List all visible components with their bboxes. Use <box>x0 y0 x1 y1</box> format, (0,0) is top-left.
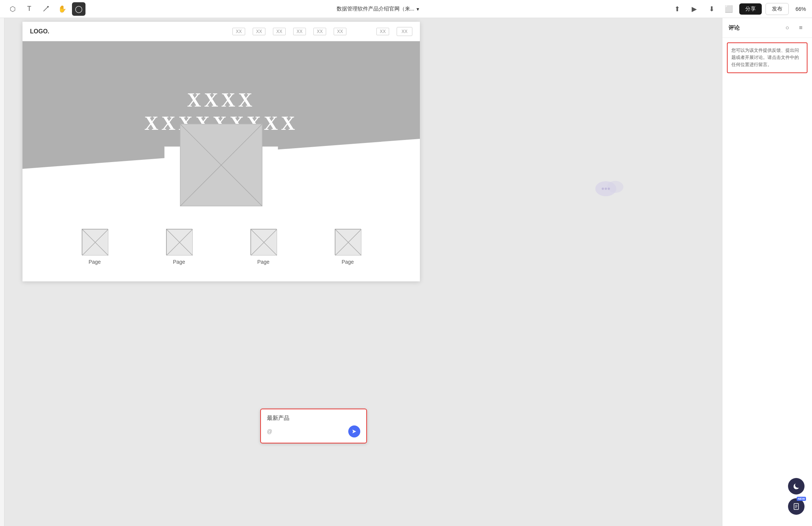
community-icon[interactable]: ⬆ <box>670 2 684 16</box>
sidebar-header-icons: ○ ≡ <box>782 23 806 33</box>
left-edge-ruler <box>0 18 4 526</box>
feature-item-3: Page <box>250 229 277 265</box>
feature-item-4: Page <box>335 229 361 265</box>
comment-at-symbol[interactable]: @ <box>267 428 272 434</box>
night-mode-button[interactable] <box>788 478 805 494</box>
nav-cta-btn[interactable]: XX <box>397 27 412 36</box>
publish-button[interactable]: 发布 <box>766 3 789 15</box>
tool-group: ⬡ T ✋ ◯ <box>6 2 85 16</box>
text-tool[interactable]: T <box>22 2 36 16</box>
nav-item-1: XX <box>232 28 245 35</box>
nav-item-3: XX <box>273 28 286 35</box>
feature-icon-4 <box>335 229 361 255</box>
mock-hero-section: XXXX XXXXXXXXX Find out more <box>22 41 420 214</box>
hero-title-line1: XXXX <box>144 89 298 112</box>
svg-marker-22 <box>352 430 356 433</box>
feature-label-1: Page <box>88 259 101 265</box>
feature-label-3: Page <box>257 259 270 265</box>
mock-navbar: LOGO. XX XX XX XX XX XX XX XX <box>22 22 420 41</box>
svg-point-0 <box>47 6 49 8</box>
floating-comment-ghost <box>595 179 625 203</box>
feature-item-1: Page <box>82 229 108 265</box>
main-layout: LOGO. XX XX XX XX XX XX XX XX XXXX XXXXX… <box>0 18 812 526</box>
hand-tool[interactable]: ✋ <box>55 2 69 16</box>
new-badge: NEW <box>797 497 806 501</box>
sidebar-settings-icon[interactable]: ≡ <box>796 23 806 33</box>
nav-item-2: XX <box>253 28 265 35</box>
nav-item-7: XX <box>376 28 389 35</box>
nav-item-4: XX <box>293 28 306 35</box>
nav-item-5: XX <box>313 28 326 35</box>
feature-icon-3 <box>250 229 277 255</box>
svg-point-27 <box>608 188 610 190</box>
play-icon[interactable]: ▶ <box>688 2 701 16</box>
feature-label-2: Page <box>173 259 185 265</box>
feature-item-2: Page <box>166 229 192 265</box>
feature-icon-1 <box>82 229 108 255</box>
feature-icon-2 <box>166 229 192 255</box>
comment-info-text: 您可以为该文件提供反馈、提出问题或者开展讨论。请点击文件中的任何位置进行留言。 <box>731 48 799 67</box>
mock-features-section: Page Page <box>22 214 420 281</box>
mock-logo: LOGO. <box>30 28 49 35</box>
comment-card-popup: 最新产品 @ <box>260 409 367 443</box>
comment-info-box: 您可以为该文件提供反馈、提出问题或者开展讨论。请点击文件中的任何位置进行留言。 <box>727 42 808 73</box>
comment-card-input-row: @ <box>267 425 360 437</box>
svg-point-24 <box>607 181 623 193</box>
toolbar-right-actions: ⬆ ▶ ⬇ ⬜ 分享 发布 66% <box>670 2 806 16</box>
sidebar-header: 评论 ○ ≡ <box>722 18 812 38</box>
website-mockup: LOGO. XX XX XX XX XX XX XX XX XXXX XXXXX… <box>22 22 420 281</box>
floating-action-buttons: NEW <box>788 478 805 515</box>
feature-label-4: Page <box>342 259 354 265</box>
nav-item-6: XX <box>334 28 346 35</box>
document-button[interactable]: NEW <box>788 498 805 515</box>
toolbar: ⬡ T ✋ ◯ 数据管理软件产品介绍官网（来... ▾ ⬆ ▶ ⬇ ⬜ 分享 发… <box>0 0 812 18</box>
document-title-area: 数据管理软件产品介绍官网（来... ▾ <box>85 6 670 12</box>
sidebar-title: 评论 <box>728 24 740 32</box>
zoom-level[interactable]: 66% <box>793 6 806 12</box>
svg-point-26 <box>605 188 607 190</box>
comment-card-title: 最新产品 <box>267 415 360 422</box>
upload-icon[interactable]: ⬇ <box>705 2 718 16</box>
canvas-area[interactable]: LOGO. XX XX XX XX XX XX XX XX XXXX XXXXX… <box>0 18 722 526</box>
comment-send-button[interactable] <box>348 425 360 437</box>
sidebar-circle-icon[interactable]: ○ <box>782 23 793 33</box>
right-sidebar: 评论 ○ ≡ 您可以为该文件提供反馈、提出问题或者开展讨论。请点击文件中的任何位… <box>722 18 812 526</box>
svg-point-25 <box>602 188 604 190</box>
ellipse-tool[interactable]: ◯ <box>72 2 85 16</box>
select-tool[interactable]: ⬡ <box>6 2 19 16</box>
fullscreen-icon[interactable]: ⬜ <box>722 2 736 16</box>
pen-tool[interactable] <box>39 2 52 16</box>
hero-image-placeholder <box>180 124 262 206</box>
share-button[interactable]: 分享 <box>739 3 762 15</box>
title-dropdown-arrow[interactable]: ▾ <box>416 6 419 12</box>
document-title[interactable]: 数据管理软件产品介绍官网（来... <box>337 6 415 12</box>
